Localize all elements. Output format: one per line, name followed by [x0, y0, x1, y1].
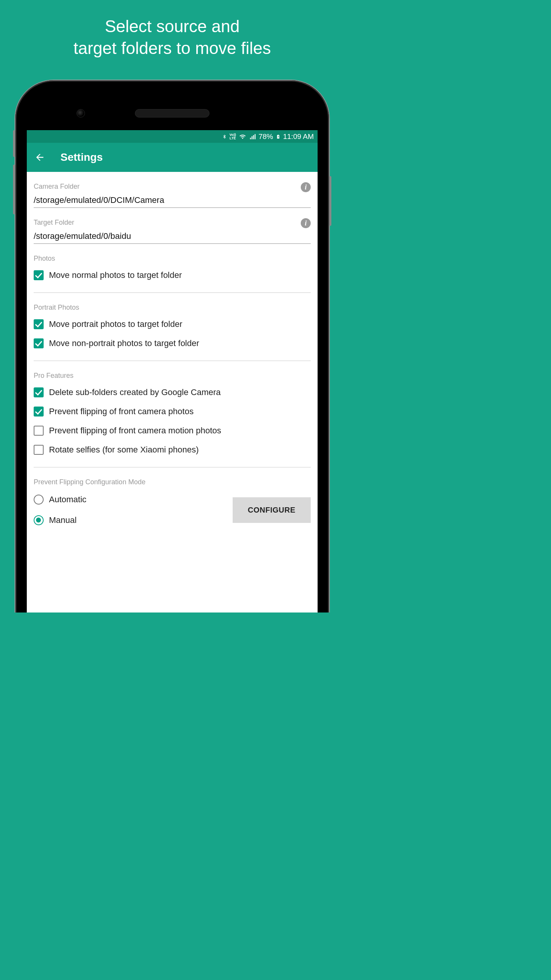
checkbox-label: Prevent flipping of front camera photos: [49, 407, 194, 416]
checkbox-label: Delete sub-folders created by Google Cam…: [49, 387, 221, 397]
section-label-pro: Pro Features: [34, 361, 311, 383]
screen: Vo))LTE 78% 11:09 AM Settings Camera Fol…: [27, 130, 318, 612]
wifi-icon: [239, 134, 246, 140]
checkbox-label: Prevent flipping of front camera motion …: [49, 426, 221, 436]
checkbox-row: Prevent flipping of front camera photos: [34, 402, 311, 421]
radio-label: Manual: [49, 515, 77, 525]
field-label-target: Target Folder: [34, 208, 311, 230]
app-bar: Settings: [27, 143, 318, 172]
back-button[interactable]: [34, 152, 45, 163]
phone-side-button: [329, 176, 331, 226]
settings-content[interactable]: Camera Folder i Target Folder i Photos M…: [27, 172, 318, 612]
page-title: Settings: [60, 151, 103, 163]
radio-row: Automatic: [34, 489, 233, 510]
phone-speaker: [135, 109, 210, 118]
checkbox-delete-subfolders[interactable]: [34, 387, 44, 397]
status-bar: Vo))LTE 78% 11:09 AM: [27, 130, 318, 143]
battery-charging-icon: [276, 133, 280, 140]
radio-automatic[interactable]: [34, 495, 44, 505]
checkbox-row: Prevent flipping of front camera motion …: [34, 421, 311, 440]
checkbox-prevent-flip-motion[interactable]: [34, 426, 44, 436]
checkbox-row: Move normal photos to target folder: [34, 266, 311, 285]
phone-frame: Vo))LTE 78% 11:09 AM Settings Camera Fol…: [15, 80, 329, 612]
promo-line-2: target folders to move files: [8, 37, 337, 59]
checkbox-prevent-flip[interactable]: [34, 407, 44, 416]
mode-area: Automatic Manual CONFIGURE: [34, 489, 311, 531]
mode-options: Automatic Manual: [34, 489, 233, 531]
radio-row: Manual: [34, 510, 233, 531]
signal-icon: [249, 134, 256, 140]
checkbox-move-normal[interactable]: [34, 270, 44, 280]
camera-folder-field: i: [34, 194, 311, 208]
checkbox-move-nonportrait[interactable]: [34, 338, 44, 348]
section-label-photos: Photos: [34, 244, 311, 266]
arrow-left-icon: [34, 152, 45, 163]
checkbox-label: Move portrait photos to target folder: [49, 319, 183, 329]
field-label-camera: Camera Folder: [34, 172, 311, 194]
section-label-mode: Prevent Flipping Configuration Mode: [34, 467, 311, 489]
checkbox-label: Move normal photos to target folder: [49, 270, 182, 280]
checkbox-row: Move portrait photos to target folder: [34, 315, 311, 334]
bluetooth-icon: [222, 133, 227, 140]
section-label-portrait: Portrait Photos: [34, 293, 311, 315]
target-folder-field: i: [34, 230, 311, 244]
checkbox-label: Rotate selfies (for some Xiaomi phones): [49, 445, 199, 455]
configure-button[interactable]: CONFIGURE: [233, 497, 311, 523]
phone-side-button: [13, 130, 15, 157]
volte-icon: Vo))LTE: [230, 133, 236, 139]
checkbox-row: Move non-portrait photos to target folde…: [34, 334, 311, 353]
checkbox-label: Move non-portrait photos to target folde…: [49, 338, 199, 348]
checkbox-row: Rotate selfies (for some Xiaomi phones): [34, 440, 311, 459]
target-folder-input[interactable]: [34, 231, 311, 241]
checkbox-row: Delete sub-folders created by Google Cam…: [34, 383, 311, 402]
phone-top-bezel: [27, 92, 318, 130]
radio-manual[interactable]: [34, 515, 44, 525]
phone-side-button: [13, 165, 15, 214]
battery-percentage: 78%: [259, 132, 273, 141]
clock: 11:09 AM: [283, 132, 314, 141]
radio-label: Automatic: [49, 495, 86, 505]
info-icon[interactable]: i: [301, 182, 311, 192]
camera-folder-input[interactable]: [34, 195, 311, 205]
promo-line-1: Select source and: [8, 15, 337, 37]
promo-caption: Select source and target folders to move…: [0, 0, 344, 70]
phone-front-camera: [77, 109, 85, 118]
checkbox-move-portrait[interactable]: [34, 319, 44, 329]
info-icon[interactable]: i: [301, 218, 311, 228]
checkbox-rotate-selfies[interactable]: [34, 445, 44, 455]
